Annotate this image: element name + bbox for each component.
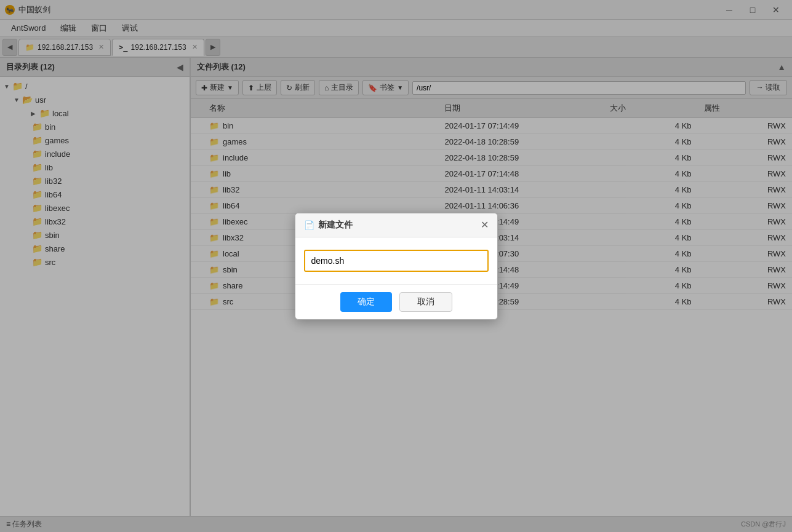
new-file-modal: 📄 新建文件 ✕ 确定 取消: [295, 213, 498, 320]
confirm-button[interactable]: 确定: [340, 292, 392, 312]
cancel-button[interactable]: 取消: [399, 292, 452, 312]
modal-title-icon: 📄: [304, 220, 314, 230]
modal-title-text: 新建文件: [318, 220, 353, 231]
new-filename-input[interactable]: [304, 250, 489, 272]
modal-title: 📄 新建文件: [304, 220, 353, 231]
modal-overlay[interactable]: 📄 新建文件 ✕ 确定 取消: [0, 0, 792, 532]
modal-header: 📄 新建文件 ✕: [295, 213, 497, 237]
modal-close-button[interactable]: ✕: [481, 220, 489, 230]
modal-footer: 确定 取消: [295, 284, 497, 319]
modal-body: [295, 237, 497, 284]
